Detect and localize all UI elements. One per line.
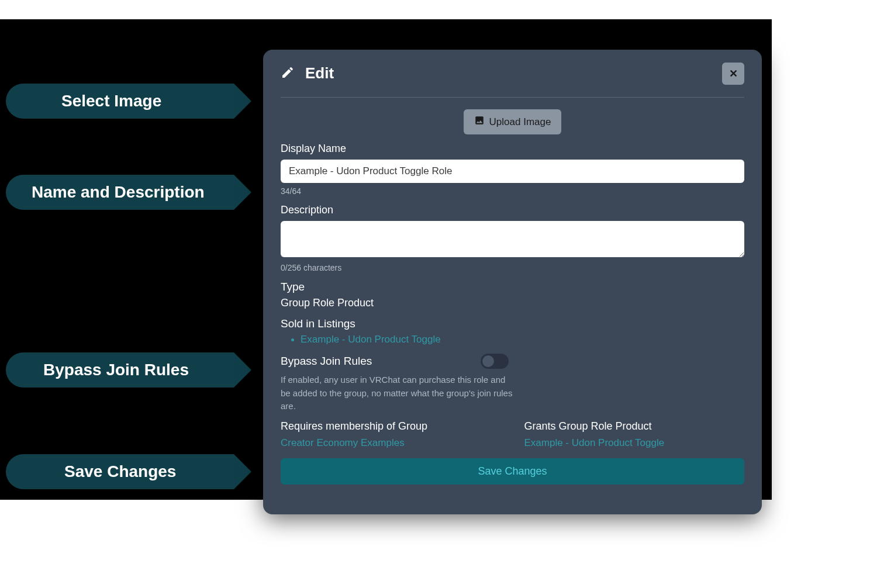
bypass-toggle[interactable] [481, 354, 509, 369]
membership-columns: Requires membership of Group Creator Eco… [281, 420, 744, 449]
callout-label: Select Image [61, 92, 161, 110]
close-button[interactable]: ✕ [722, 63, 744, 85]
grants-label: Grants Group Role Product [524, 420, 745, 433]
callout-name-description: Name and Description [6, 175, 234, 210]
sold-in-list: Example - Udon Product Toggle [301, 334, 744, 345]
bypass-help-text: If enabled, any user in VRChat can purch… [281, 373, 515, 413]
callout-label: Bypass Join Rules [43, 361, 189, 379]
callout-label: Save Changes [64, 462, 176, 481]
sold-in-label: Sold in Listings [281, 317, 744, 330]
upload-image-button[interactable]: Upload Image [464, 109, 562, 134]
requires-link[interactable]: Creator Economy Examples [281, 437, 405, 448]
toggle-knob [482, 355, 494, 367]
callout-save-changes: Save Changes [6, 454, 234, 489]
sold-in-link[interactable]: Example - Udon Product Toggle [301, 334, 441, 345]
requires-label: Requires membership of Group [281, 420, 501, 433]
close-icon: ✕ [729, 67, 738, 80]
dialog-title: Edit [305, 64, 334, 82]
display-name-input[interactable] [281, 160, 744, 183]
description-input[interactable] [281, 221, 744, 257]
bypass-label: Bypass Join Rules [281, 355, 372, 368]
description-counter: 0/256 characters [281, 263, 744, 272]
save-changes-label: Save Changes [478, 465, 547, 477]
callout-label: Name and Description [32, 183, 205, 202]
edit-icon [281, 65, 295, 82]
upload-image-label: Upload Image [489, 116, 551, 128]
stage-background: Select Image Name and Description Bypass… [0, 19, 772, 500]
image-icon [474, 115, 485, 129]
type-label: Type [281, 281, 744, 293]
grants-link[interactable]: Example - Udon Product Toggle [524, 437, 665, 448]
save-changes-button[interactable]: Save Changes [281, 458, 744, 485]
list-item: Example - Udon Product Toggle [301, 334, 744, 345]
display-name-label: Display Name [281, 143, 744, 155]
type-value: Group Role Product [281, 297, 744, 309]
callout-select-image: Select Image [6, 84, 234, 119]
dialog-header: Edit ✕ [281, 50, 744, 98]
display-name-counter: 34/64 [281, 186, 744, 196]
callout-bypass-join-rules: Bypass Join Rules [6, 352, 234, 388]
description-label: Description [281, 204, 744, 216]
bypass-row: Bypass Join Rules [281, 354, 509, 369]
edit-dialog: Edit ✕ Upload Image Display Name 34/64 D… [263, 50, 762, 514]
